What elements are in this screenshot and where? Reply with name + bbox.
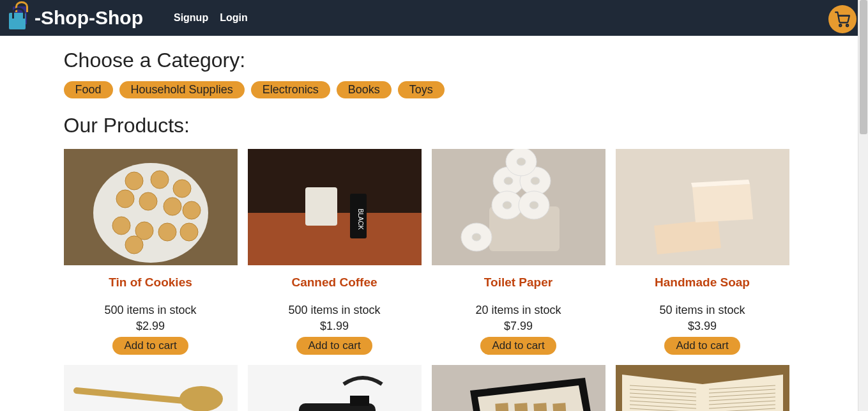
product-price: $2.99 <box>64 320 238 333</box>
svg-point-9 <box>164 198 181 215</box>
svg-rect-54 <box>495 403 508 411</box>
cart-icon <box>834 11 851 27</box>
signup-link[interactable]: Signup <box>174 12 208 24</box>
category-row: FoodHousehold SuppliesElectronicsBooksTo… <box>64 81 805 98</box>
svg-marker-37 <box>692 184 753 222</box>
product-card <box>432 365 605 411</box>
product-image[interactable] <box>616 365 789 411</box>
product-card: Handmade Soap 50 items in stock $3.99 Ad… <box>616 149 789 355</box>
add-to-cart-button[interactable]: Add to cart <box>296 337 372 355</box>
navbar: -Shop-Shop Signup Login <box>0 0 868 36</box>
category-pill[interactable]: Electronics <box>251 81 330 98</box>
product-title[interactable]: Canned Coffee <box>248 275 422 290</box>
category-pill[interactable]: Books <box>337 81 392 98</box>
product-card <box>248 365 422 411</box>
svg-rect-56 <box>533 403 547 411</box>
brand-text: -Shop-Shop <box>34 7 143 29</box>
svg-point-13 <box>158 223 176 241</box>
product-stock: 500 items in stock <box>248 304 422 317</box>
product-title[interactable]: Toilet Paper <box>432 275 605 290</box>
product-image[interactable] <box>616 149 789 265</box>
product-card <box>616 365 789 411</box>
brand[interactable]: -Shop-Shop <box>9 6 143 29</box>
svg-point-0 <box>839 24 841 26</box>
svg-point-14 <box>180 223 198 241</box>
svg-point-24 <box>504 177 513 185</box>
svg-point-15 <box>125 236 143 254</box>
login-link[interactable]: Login <box>220 12 248 24</box>
product-grid: Tin of Cookies 500 items in stock $2.99 … <box>64 149 805 411</box>
svg-point-10 <box>183 201 201 219</box>
product-image[interactable] <box>64 365 238 411</box>
svg-point-1 <box>846 24 848 26</box>
svg-point-6 <box>173 180 191 198</box>
category-pill[interactable]: Household Supplies <box>119 81 245 98</box>
svg-point-4 <box>125 172 143 190</box>
product-title[interactable]: Handmade Soap <box>616 275 789 290</box>
category-heading: Choose a Category: <box>64 49 805 72</box>
svg-point-26 <box>531 177 540 185</box>
shopping-bags-icon <box>9 6 32 29</box>
product-card: BLACK Canned Coffee 500 items in stock $… <box>248 149 422 355</box>
product-price: $3.99 <box>616 320 789 333</box>
svg-rect-57 <box>552 403 566 411</box>
svg-point-32 <box>529 201 538 209</box>
product-image[interactable]: BLACK <box>248 149 422 265</box>
cart-button[interactable] <box>828 5 857 33</box>
product-image[interactable] <box>64 149 238 265</box>
product-price: $1.99 <box>248 320 422 333</box>
svg-point-40 <box>179 386 223 411</box>
product-image[interactable] <box>432 149 605 265</box>
svg-point-11 <box>112 217 130 235</box>
svg-point-7 <box>116 190 134 208</box>
products-heading: Our Products: <box>64 114 805 137</box>
category-pill[interactable]: Toys <box>398 81 445 98</box>
product-image[interactable] <box>248 365 422 411</box>
product-stock: 20 items in stock <box>432 304 605 317</box>
product-title[interactable]: Tin of Cookies <box>64 275 238 290</box>
content: Choose a Category: FoodHousehold Supplie… <box>64 36 805 411</box>
nav-links: Signup Login <box>174 12 248 24</box>
svg-rect-18 <box>305 187 337 226</box>
svg-text:BLACK: BLACK <box>357 209 364 230</box>
scrollbar[interactable] <box>858 0 868 411</box>
svg-point-30 <box>503 201 512 209</box>
add-to-cart-button[interactable]: Add to cart <box>664 337 740 355</box>
product-card: Tin of Cookies 500 items in stock $2.99 … <box>64 149 238 355</box>
product-image[interactable] <box>432 365 605 411</box>
add-to-cart-button[interactable]: Add to cart <box>480 337 556 355</box>
product-stock: 50 items in stock <box>616 304 789 317</box>
svg-point-34 <box>472 233 481 241</box>
svg-rect-50 <box>350 396 369 406</box>
svg-point-5 <box>151 171 169 189</box>
svg-point-8 <box>139 192 157 210</box>
svg-point-28 <box>517 158 526 166</box>
scroll-thumb[interactable] <box>860 0 867 134</box>
product-card <box>64 365 238 411</box>
product-stock: 500 items in stock <box>64 304 238 317</box>
category-pill[interactable]: Food <box>64 81 113 98</box>
product-card: Toilet Paper 20 items in stock $7.99 Add… <box>432 149 605 355</box>
svg-rect-55 <box>514 403 528 411</box>
add-to-cart-button[interactable]: Add to cart <box>112 337 188 355</box>
product-price: $7.99 <box>432 320 605 333</box>
